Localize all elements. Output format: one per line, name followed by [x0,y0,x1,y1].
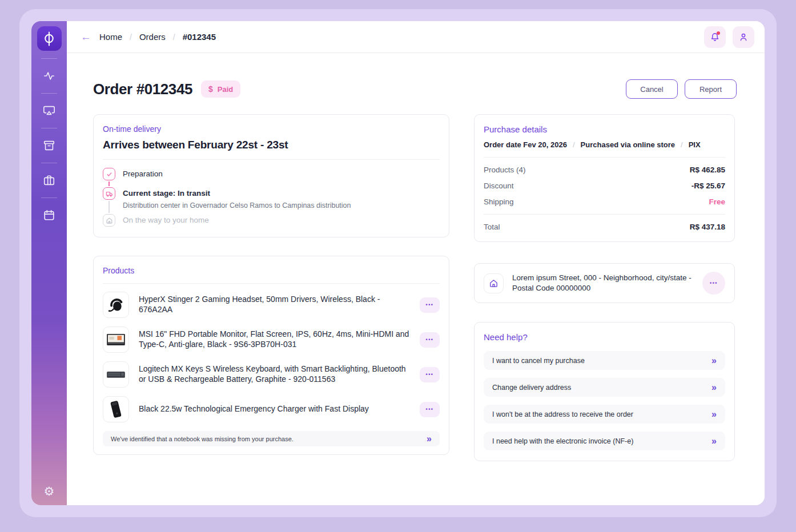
sidebar-item-screen-share[interactable] [37,104,61,118]
total-value: R$ 437.18 [690,223,725,231]
product-row: HyperX Stinger 2 Gaming Headset, 50mm Dr… [103,292,440,318]
app-frame: ⚙ ← Home / Orders / #012345 [31,21,765,505]
delivery-step-in-transit: Current stage: In transit Distribution c… [103,187,440,214]
order-actions: Cancel Report [626,79,737,99]
app-window: ⚙ ← Home / Orders / #012345 [19,9,777,517]
notifications-button[interactable] [704,26,726,48]
delivery-address: Lorem ipsum Street, 000 - Neighborhood, … [512,273,694,293]
step-label: Preparation [123,168,163,178]
delivery-step-home: On the way to your home [103,214,440,227]
product-more-button[interactable]: ••• [420,402,440,417]
keyboard-image [104,363,127,386]
notice-text: We've identified that a notebook was mis… [111,436,294,442]
dollar-icon: $ [208,84,213,94]
settings-button[interactable]: ⚙ [44,485,55,497]
screen-share-icon [43,104,55,117]
breadcrumb-orders[interactable]: Orders [139,32,166,42]
report-button[interactable]: Report [685,79,737,99]
purchase-details-card: Purchase details Order date Fev 20, 2026… [474,114,735,242]
sidebar-divider [41,128,57,128]
timeline-connector [108,182,110,186]
divider [484,214,725,215]
page-title: Order #012345 [93,80,192,98]
amount-label: Discount [484,182,514,190]
divider [103,283,440,284]
back-arrow-icon: ← [81,31,91,43]
product-thumbnail-monitor [103,327,129,353]
chevron-double-icon: » [711,410,717,419]
product-row: Logitech MX Keys S Wireless Keyboard, wi… [103,361,440,388]
divider [103,159,440,160]
help-item-invoice[interactable]: I need help with the electronic invoice … [484,432,725,450]
product-thumbnail-charger [103,396,129,422]
product-title: HyperX Stinger 2 Gaming Headset, 50mm Dr… [139,295,410,315]
product-more-button[interactable]: ••• [420,332,440,348]
breadcrumb: Home / Orders / #012345 [99,32,216,42]
timeline-rail [103,187,115,214]
step-current-icon-box [103,187,115,200]
sidebar-divider [41,93,57,94]
chevron-double-icon: » [711,437,717,446]
amount-label: Shipping [484,198,514,206]
product-more-button[interactable]: ••• [420,367,440,382]
chevron-double-icon: » [711,356,717,365]
delivery-eta: Arrives between February 22st - 23st [103,139,440,151]
cancel-button[interactable]: Cancel [626,79,678,99]
sidebar-item-activity[interactable] [37,69,61,83]
amount-row: Discount -R$ 25.67 [484,182,725,190]
home-icon [106,217,113,224]
help-item-change-address[interactable]: Change delivery address » [484,378,725,397]
products-heading: Products [103,266,440,275]
help-item-label: I need help with the electronic invoice … [492,437,633,445]
step-pending-icon-box [103,214,115,227]
app-logo[interactable] [37,26,62,51]
sidebar-divider [41,198,57,198]
notification-dot [717,31,720,35]
help-item-cancel-purchase[interactable]: I want to cancel my purchase » [484,351,725,370]
amount-label: Products (4) [484,166,526,174]
product-thumbnail-keyboard [103,361,129,388]
step-label: On the way to your home [123,214,209,224]
payment-method: PIX [689,140,701,149]
back-button[interactable]: ← [76,29,96,46]
product-thumbnail-headset [103,292,129,318]
truck-icon [106,190,113,198]
product-title: Black 22.5w Technological Emergency Char… [139,404,410,414]
sidebar-item-calendar[interactable] [37,208,61,222]
breadcrumb-home[interactable]: Home [99,32,122,42]
product-row: Black 22.5w Technological Emergency Char… [103,396,440,422]
product-more-button[interactable]: ••• [420,297,440,313]
meta-separator: / [681,140,683,149]
monitor-image [104,328,127,351]
topbar-actions [704,26,754,48]
products-card: Products [93,256,449,455]
product-row: MSI 16" FHD Portable Monitor, Flat Scree… [103,327,440,353]
delivery-card: On-time delivery Arrives between Februar… [93,114,449,237]
breadcrumb-separator: / [173,33,175,42]
charger-image [104,398,127,421]
check-icon [106,171,113,178]
gear-icon: ⚙ [44,485,55,498]
sidebar-item-archive[interactable] [37,139,61,152]
paid-badge-label: Paid [218,85,233,94]
logo-icon [42,31,57,46]
address-more-button[interactable]: ••• [702,272,725,295]
breadcrumb-separator: / [130,33,132,42]
home-icon [489,279,498,288]
timeline-connector [108,201,110,213]
total-label: Total [484,223,500,231]
sidebar: ⚙ [31,21,67,505]
delivery-heading: On-time delivery [103,124,440,134]
purchase-heading: Purchase details [484,124,725,134]
divider [484,157,725,158]
profile-button[interactable] [733,26,754,48]
chevron-double-icon: » [427,434,432,444]
address-card: Lorem ipsum Street, 000 - Neighborhood, … [474,263,735,303]
sidebar-item-briefcase[interactable] [37,174,61,187]
help-item-not-at-address[interactable]: I won't be at the address to receive the… [484,405,725,424]
meta-separator: / [573,140,575,149]
product-title: Logitech MX Keys S Wireless Keyboard, wi… [139,364,410,385]
missing-item-notice[interactable]: We've identified that a notebook was mis… [103,431,440,446]
help-item-label: Change delivery address [492,384,571,392]
topbar: ← Home / Orders / #012345 [67,21,765,53]
